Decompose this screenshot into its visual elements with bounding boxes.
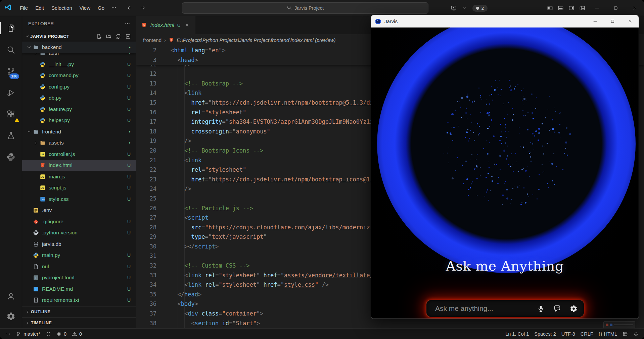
tree-item-nul[interactable]: nulU [22, 261, 136, 272]
forward-icon[interactable] [138, 3, 148, 13]
accounts-icon [6, 292, 15, 301]
line-content: crossorigin="anonymous" [165, 127, 270, 136]
preview-chevron-icon[interactable] [459, 2, 470, 14]
activity-run-and-debug[interactable] [0, 82, 22, 103]
explorer-more-button[interactable] [123, 19, 131, 27]
status-language-mode[interactable]: { }HTML [596, 329, 620, 339]
status-remote[interactable] [3, 329, 13, 339]
tree-item-pyproject.toml[interactable]: Tpyproject.tomlU [22, 272, 136, 284]
toggle-sidebar-icon[interactable] [545, 2, 555, 14]
menu-file[interactable]: File [16, 3, 32, 12]
tree-item-feature.py[interactable]: feature.pyU [22, 104, 136, 115]
preview-icon[interactable] [448, 2, 459, 14]
tree-item-requirements.txt[interactable]: requirements.txtU [22, 295, 136, 306]
jarvis-close-button[interactable] [621, 15, 639, 27]
new-folder-button[interactable] [104, 32, 112, 40]
status-cursor-position[interactable]: Ln 1, Col 1 [503, 329, 532, 339]
settings-gear-icon[interactable] [569, 304, 578, 313]
sync-icon [46, 331, 51, 337]
menu-edit[interactable]: Edit [32, 3, 48, 12]
breadcrumb-separator: › [164, 37, 166, 43]
search-box[interactable]: Jarvis Project [182, 2, 428, 14]
tree-item-__init__.py[interactable]: __init__.pyU [22, 59, 136, 70]
activity-explorer[interactable] [0, 17, 22, 39]
toml-icon: T [33, 275, 39, 281]
new-file-button[interactable] [95, 32, 103, 40]
toggle-panel-icon[interactable] [555, 2, 566, 14]
back-icon[interactable] [124, 3, 134, 13]
status-git-branch[interactable]: master* [13, 329, 43, 339]
tree-item-db.py[interactable]: db.pyU [22, 93, 136, 104]
tree-item-config.py[interactable]: config.pyU [22, 81, 136, 93]
ask-input[interactable] [435, 304, 528, 313]
menu-view[interactable]: View [76, 3, 94, 12]
status-live-preview[interactable] [620, 329, 631, 339]
status-problems-errors[interactable]: 0 [54, 329, 69, 339]
panel-outline[interactable]: OUTLINE [22, 306, 136, 317]
jarvis-minimize-button[interactable] [586, 15, 604, 27]
code-line[interactable]: 38 <section id="Start"> [136, 319, 644, 328]
line-content: type="text/javascript" [165, 232, 267, 242]
menu-go[interactable]: Go [94, 3, 108, 12]
jarvis-maximize-button[interactable] [604, 15, 621, 27]
status-problems-warnings[interactable]: 0 [69, 329, 85, 339]
customize-layout-icon[interactable] [577, 2, 588, 14]
close-button[interactable] [625, 0, 644, 16]
activity-accounts[interactable] [0, 286, 22, 306]
status-left: master*00 [3, 329, 85, 339]
activity-python[interactable] [0, 146, 22, 168]
panel-timeline[interactable]: TIMELINE [22, 317, 136, 328]
minimize-button[interactable] [588, 0, 606, 16]
tree-item-backend[interactable]: backend● [22, 42, 136, 53]
activity-testing[interactable] [0, 125, 22, 146]
project-header[interactable]: JARVIS PROJECT [22, 31, 136, 42]
tree-item-assets[interactable]: assets● [22, 137, 136, 149]
status-notifications[interactable] [631, 329, 641, 339]
collapse-all-button[interactable] [124, 32, 132, 40]
status-sync[interactable] [43, 329, 54, 339]
breadcrumb-folder[interactable]: frontend [143, 37, 162, 43]
status-label: master* [24, 331, 40, 337]
maximize-button[interactable] [606, 0, 625, 16]
tab-index-html[interactable]: 5 index.html U [136, 16, 195, 34]
status-label: Ln 1, Col 1 [505, 331, 529, 337]
file-name: script.js [49, 185, 66, 191]
tree-item-.env[interactable]: .env [22, 205, 136, 216]
status-eol[interactable]: CRLF [578, 329, 596, 339]
menu-selection[interactable]: Selection [48, 3, 76, 12]
ports-badge[interactable]: 2 [472, 5, 488, 12]
status-label: CRLF [581, 331, 593, 337]
activity-manage[interactable] [0, 306, 22, 326]
tree-item-helper.py[interactable]: helper.pyU [22, 115, 136, 126]
tree-item-main.js[interactable]: JSmain.jsU [22, 171, 136, 182]
file-name: main.py [42, 252, 60, 258]
activity-search[interactable] [0, 39, 22, 60]
tree-item-controller.js[interactable]: JScontroller.jsU [22, 149, 136, 160]
menu-more-button[interactable] [108, 3, 120, 13]
tab-git-status: U [177, 23, 181, 28]
activity-extensions[interactable]: ! [0, 103, 22, 125]
tree-item-main.py[interactable]: main.pyU [22, 250, 136, 261]
activity-source-control[interactable]: 138 [0, 60, 22, 82]
jarvis-titlebar[interactable]: Jarvis [371, 15, 639, 27]
line-number: 34 [136, 280, 165, 290]
status-encoding[interactable]: UTF-8 [559, 329, 578, 339]
breadcrumb-path[interactable]: E:\Projects\Python Projects\Jarvis Proje… [177, 37, 336, 43]
refresh-button[interactable] [114, 32, 122, 40]
tree-item-jarvis.db[interactable]: jarvis.db [22, 238, 136, 250]
chat-icon[interactable] [553, 304, 561, 313]
tree-item-frontend[interactable]: frontend● [22, 126, 136, 137]
tab-close-icon[interactable] [183, 21, 191, 29]
tree-item-index.html[interactable]: 5index.htmlU [22, 160, 136, 171]
project-title: JARVIS PROJECT [30, 34, 69, 39]
tree-item-.gitignore[interactable]: .gitignoreU [22, 216, 136, 227]
toggle-secondary-sidebar-icon[interactable] [566, 2, 577, 14]
tree-item-style.css[interactable]: CSSstyle.cssU [22, 193, 136, 205]
tree-item-command.py[interactable]: command.pyU [22, 70, 136, 81]
status-indentation[interactable]: Spaces: 2 [532, 329, 559, 339]
tree-item-.python-version[interactable]: .python-versionU [22, 227, 136, 239]
tree-item-script.js[interactable]: JSscript.jsU [22, 182, 136, 194]
tree-item-README.md[interactable]: iREADME.mdU [22, 283, 136, 295]
microphone-icon[interactable] [536, 304, 545, 313]
line-number: 24 [136, 184, 165, 194]
